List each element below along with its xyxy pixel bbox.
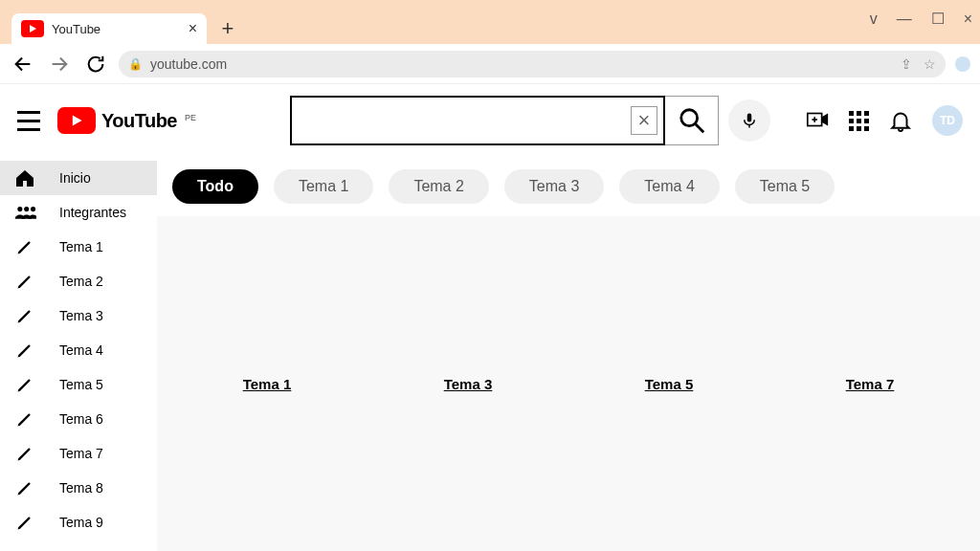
pencil-icon — [11, 272, 38, 291]
tab-title: YouTube — [52, 22, 181, 36]
search-button[interactable] — [665, 96, 719, 145]
home-icon — [11, 168, 38, 187]
chip-tema-5[interactable]: Tema 5 — [735, 169, 835, 204]
chip-tema-2[interactable]: Tema 2 — [389, 169, 488, 204]
feed-card[interactable]: Tema 5 — [597, 376, 741, 392]
account-avatar[interactable]: TD — [932, 105, 963, 136]
create-video-icon[interactable] — [805, 107, 830, 135]
pencil-icon — [11, 513, 38, 532]
avatar-initials: TD — [940, 114, 955, 127]
sidebar-item-tema-5[interactable]: Tema 5 — [0, 367, 157, 402]
window-close-icon[interactable]: × — [964, 11, 972, 28]
sidebar-item-tema-8[interactable]: Tema 8 — [0, 471, 157, 505]
chip-todo[interactable]: Todo — [172, 169, 258, 204]
svg-point-12 — [17, 207, 22, 211]
nav-reload-button[interactable] — [82, 51, 109, 77]
yt-header: YouTube PE × TD — [0, 84, 980, 157]
url-text: youtube.com — [150, 56, 227, 72]
sidebar-item-label: Tema 4 — [59, 342, 103, 358]
feed-card-title[interactable]: Tema 7 — [846, 376, 895, 392]
search-box[interactable]: × — [290, 96, 665, 145]
sidebar-item-label: Tema 2 — [59, 274, 103, 289]
browser-toolbar: 🔒 youtube.com ⇪ ☆ — [0, 44, 980, 84]
chip-tema-4[interactable]: Tema 4 — [619, 169, 719, 204]
sidebar-item-label: Tema 6 — [59, 411, 103, 427]
sidebar-item-label: Tema 1 — [59, 239, 103, 254]
sidebar-item-tema-1[interactable]: Tema 1 — [0, 230, 157, 264]
address-bar[interactable]: 🔒 youtube.com ⇪ ☆ — [119, 51, 946, 77]
sidebar-item-tema-2[interactable]: Tema 2 — [0, 264, 157, 298]
voice-search-button[interactable] — [728, 99, 770, 142]
browser-tab[interactable]: YouTube × — [11, 13, 207, 44]
window-maximize-icon[interactable]: ☐ — [931, 10, 945, 28]
svg-line-5 — [695, 124, 702, 132]
pencil-icon — [11, 341, 38, 360]
sidebar-item-label: Inicio — [59, 170, 91, 186]
youtube-favicon — [21, 20, 44, 37]
sidebar-item-label: Tema 9 — [59, 515, 103, 530]
feed-card[interactable]: Tema 1 — [195, 376, 339, 392]
video-feed: Tema 1Tema 3Tema 5Tema 7 — [157, 216, 980, 551]
svg-point-13 — [24, 207, 29, 211]
youtube-logo[interactable]: YouTube PE — [57, 107, 196, 134]
chip-tema-1[interactable]: Tema 1 — [274, 169, 373, 204]
window-controls: v — ☐ × — [870, 10, 972, 28]
sidebar-item-tema-9[interactable]: Tema 9 — [0, 505, 157, 540]
sidebar-item-tema-3[interactable]: Tema 3 — [0, 298, 157, 333]
pencil-icon — [11, 237, 38, 256]
svg-point-14 — [31, 207, 35, 211]
browser-tabstrip: YouTube × + v — ☐ × — [0, 0, 980, 44]
sidebar-item-label: Tema 3 — [59, 308, 103, 323]
tab-close-icon[interactable]: × — [189, 20, 197, 37]
sidebar-item-tema-6[interactable]: Tema 6 — [0, 402, 157, 436]
people-icon — [11, 203, 38, 222]
sidebar-item-label: Tema 5 — [59, 377, 103, 392]
svg-point-4 — [680, 110, 697, 126]
chip-tema-3[interactable]: Tema 3 — [504, 169, 604, 204]
svg-marker-0 — [30, 25, 36, 33]
feed-card[interactable]: Tema 7 — [798, 376, 942, 392]
window-account-letter[interactable]: v — [870, 11, 878, 28]
pencil-icon — [11, 306, 38, 325]
pencil-icon — [11, 444, 38, 463]
nav-back-button[interactable] — [10, 51, 36, 77]
feed-card-title[interactable]: Tema 1 — [243, 376, 292, 392]
new-tab-button[interactable]: + — [214, 15, 241, 42]
svg-marker-3 — [73, 115, 82, 125]
filter-chip-bar: TodoTema 1Tema 2Tema 3Tema 4Tema 5 — [157, 157, 980, 216]
pencil-icon — [11, 478, 38, 497]
browser-profile-avatar[interactable] — [955, 56, 970, 72]
svg-rect-6 — [747, 114, 752, 122]
bookmark-star-icon[interactable]: ☆ — [924, 56, 936, 72]
window-minimize-icon[interactable]: — — [897, 11, 912, 28]
sidebar-item-tema-4[interactable]: Tema 4 — [0, 333, 157, 367]
sidebar-item-integrantes[interactable]: Integrantes — [0, 195, 157, 230]
youtube-play-icon — [57, 107, 96, 134]
country-code: PE — [185, 113, 196, 122]
lock-icon: 🔒 — [128, 57, 143, 71]
notifications-bell-icon[interactable] — [888, 107, 913, 135]
pencil-icon — [11, 375, 38, 394]
feed-card-title[interactable]: Tema 5 — [645, 376, 694, 392]
sidebar-item-tema-7[interactable]: Tema 7 — [0, 436, 157, 471]
sidebar-item-inicio[interactable]: Inicio — [0, 161, 157, 195]
share-icon[interactable]: ⇪ — [901, 56, 912, 72]
logo-text: YouTube — [101, 110, 177, 132]
clear-search-icon[interactable]: × — [631, 106, 657, 135]
feed-card[interactable]: Tema 3 — [396, 376, 540, 392]
menu-button[interactable] — [17, 111, 40, 131]
apps-grid-icon[interactable] — [849, 111, 869, 131]
nav-forward-button[interactable] — [46, 51, 73, 77]
search-input[interactable] — [298, 112, 631, 129]
sidebar-item-label: Integrantes — [59, 205, 126, 220]
sidebar-item-label: Tema 7 — [59, 446, 103, 461]
svg-marker-9 — [822, 113, 829, 125]
feed-card-title[interactable]: Tema 3 — [444, 376, 493, 392]
sidebar-item-label: Tema 8 — [59, 480, 103, 496]
sidebar: InicioIntegrantesTema 1Tema 2Tema 3Tema … — [0, 157, 157, 551]
pencil-icon — [11, 409, 38, 429]
